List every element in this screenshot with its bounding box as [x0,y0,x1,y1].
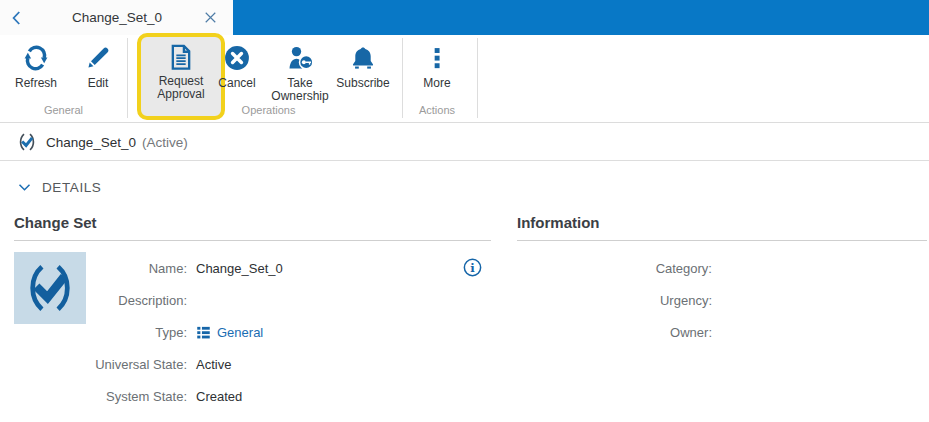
field-row-type: Type: General [86,316,491,348]
refresh-label: Refresh [15,77,57,90]
svg-text:i: i [470,261,475,275]
description-label: Description: [86,293,196,308]
more-icon [423,44,451,72]
information-header: Information [517,214,927,241]
action-toolbar: Refresh Edit Request Approval Cancel [0,35,929,123]
universal-state-value: Active [196,357,231,372]
refresh-icon [22,44,50,72]
more-label: More [423,77,450,90]
owner-label: Owner: [517,325,721,340]
name-label: Name: [86,261,196,276]
request-approval-icon [167,43,195,71]
back-chevron-icon[interactable] [8,8,26,28]
information-panel: Information Category: Urgency: Owner: [517,214,927,348]
status-object-name: Change_Set_0 [46,135,136,150]
details-section-toggle[interactable]: DETAILS [17,180,101,195]
field-row-system-state: System State: Created [86,380,491,412]
cancel-button[interactable]: Cancel [207,41,267,90]
group-label-operations: Operations [137,104,400,116]
name-value: Change_Set_0 [196,261,283,276]
toolbar-separator [127,38,128,118]
top-blue-bar [233,0,929,35]
category-label: Category: [517,261,721,276]
info-icon[interactable]: i [462,257,483,278]
toolbar-separator [477,38,478,118]
take-ownership-label: Take Ownership [269,77,331,103]
cancel-label: Cancel [218,77,255,90]
status-state-badge: (Active) [142,135,188,150]
change-set-thumbnail [14,252,86,324]
urgency-label: Urgency: [517,293,721,308]
edit-button[interactable]: Edit [68,41,128,90]
tab-bar: Change_Set_0 [0,0,929,35]
field-row-owner: Owner: [517,316,927,348]
system-state-label: System State: [86,389,196,404]
change-set-glyph-icon [23,261,77,315]
status-bar: Change_Set_0 (Active) [0,124,929,161]
subscribe-label: Subscribe [336,77,389,90]
details-section-label: DETAILS [42,180,101,195]
take-ownership-icon [286,44,314,72]
field-row-urgency: Urgency: [517,284,927,316]
tab-close-icon[interactable] [203,10,218,25]
change-set-panel: Change Set Name: Change_Set_0 i [14,214,491,412]
field-row-name: Name: Change_Set_0 i [86,252,491,284]
subscribe-icon [349,44,377,72]
cancel-icon [223,44,251,72]
tab-title[interactable]: Change_Set_0 [72,0,162,35]
change-set-status-icon [17,132,37,152]
subscribe-button[interactable]: Subscribe [333,41,393,90]
type-label: Type: [86,325,196,340]
field-row-category: Category: [517,252,927,284]
refresh-button[interactable]: Refresh [6,41,66,90]
edit-label: Edit [88,77,109,90]
type-value-link[interactable]: General [217,325,263,340]
type-list-icon [196,325,211,340]
edit-icon [84,44,112,72]
field-row-universal-state: Universal State: Active [86,348,491,380]
change-set-info-page: Change_Set_0 Refresh Edit [0,0,929,422]
take-ownership-button[interactable]: Take Ownership [269,41,331,103]
more-button[interactable]: More [408,41,466,90]
universal-state-label: Universal State: [86,357,196,372]
system-state-value: Created [196,389,242,404]
group-label-general: General [0,104,127,116]
change-set-header: Change Set [14,214,491,241]
field-row-description: Description: [86,284,491,316]
group-label-actions: Actions [403,104,471,116]
chevron-down-icon [17,180,32,195]
